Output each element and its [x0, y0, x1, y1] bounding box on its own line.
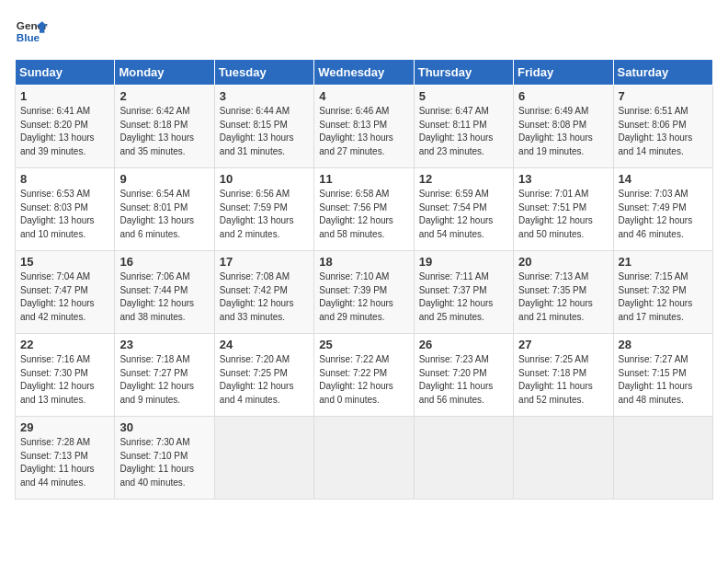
day-number: 3: [220, 89, 309, 103]
calendar-cell: 10Sunrise: 6:56 AM Sunset: 7:59 PM Dayli…: [214, 168, 313, 251]
day-header-monday: Monday: [115, 60, 214, 86]
day-number: 24: [220, 338, 309, 351]
cell-text: Sunrise: 6:41 AM Sunset: 8:20 PM Dayligh…: [20, 105, 109, 158]
day-number: 26: [419, 338, 508, 351]
calendar-cell: 5Sunrise: 6:47 AM Sunset: 8:11 PM Daylig…: [414, 86, 513, 168]
calendar-cell: 29Sunrise: 7:28 AM Sunset: 7:13 PM Dayli…: [16, 417, 115, 500]
cell-text: Sunrise: 7:13 AM Sunset: 7:35 PM Dayligh…: [518, 270, 608, 324]
cell-text: Sunrise: 6:49 AM Sunset: 8:08 PM Dayligh…: [518, 105, 608, 158]
day-header-tuesday: Tuesday: [214, 60, 313, 86]
day-number: 28: [619, 338, 708, 351]
day-number: 23: [119, 338, 209, 351]
day-number: 13: [518, 172, 608, 186]
cell-text: Sunrise: 6:47 AM Sunset: 8:11 PM Dayligh…: [419, 105, 508, 158]
day-number: 20: [518, 255, 608, 269]
day-number: 25: [319, 338, 408, 351]
day-number: 6: [518, 89, 608, 103]
calendar-cell: 26Sunrise: 7:23 AM Sunset: 7:20 PM Dayli…: [414, 334, 513, 417]
calendar-cell: [214, 417, 313, 500]
calendar-cell: 21Sunrise: 7:15 AM Sunset: 7:32 PM Dayli…: [613, 251, 712, 334]
calendar-cell: [514, 417, 613, 500]
calendar-cell: 11Sunrise: 6:58 AM Sunset: 7:56 PM Dayli…: [314, 168, 414, 251]
cell-text: Sunrise: 6:59 AM Sunset: 7:54 PM Dayligh…: [419, 188, 508, 241]
calendar-cell: 6Sunrise: 6:49 AM Sunset: 8:08 PM Daylig…: [514, 86, 613, 168]
cell-text: Sunrise: 7:22 AM Sunset: 7:22 PM Dayligh…: [319, 353, 408, 407]
calendar-cell: 3Sunrise: 6:44 AM Sunset: 8:15 PM Daylig…: [214, 86, 313, 168]
logo: General Blue: [15, 15, 48, 48]
calendar-cell: 13Sunrise: 7:01 AM Sunset: 7:51 PM Dayli…: [514, 168, 613, 251]
calendar-cell: 27Sunrise: 7:25 AM Sunset: 7:18 PM Dayli…: [514, 334, 613, 417]
cell-text: Sunrise: 7:18 AM Sunset: 7:27 PM Dayligh…: [119, 353, 209, 407]
calendar-cell: 14Sunrise: 7:03 AM Sunset: 7:49 PM Dayli…: [613, 168, 712, 251]
cell-text: Sunrise: 6:44 AM Sunset: 8:15 PM Dayligh…: [220, 105, 309, 158]
day-number: 16: [119, 255, 209, 269]
cell-text: Sunrise: 7:20 AM Sunset: 7:25 PM Dayligh…: [220, 353, 309, 407]
cell-text: Sunrise: 7:01 AM Sunset: 7:51 PM Dayligh…: [518, 188, 608, 241]
calendar-cell: 23Sunrise: 7:18 AM Sunset: 7:27 PM Dayli…: [115, 334, 214, 417]
cell-text: Sunrise: 6:46 AM Sunset: 8:13 PM Dayligh…: [319, 105, 408, 158]
cell-text: Sunrise: 7:16 AM Sunset: 7:30 PM Dayligh…: [20, 353, 109, 407]
cell-text: Sunrise: 7:04 AM Sunset: 7:47 PM Dayligh…: [20, 270, 109, 324]
calendar-table: SundayMondayTuesdayWednesdayThursdayFrid…: [15, 59, 713, 500]
day-number: 29: [20, 420, 109, 434]
day-header-saturday: Saturday: [613, 60, 712, 86]
cell-text: Sunrise: 7:30 AM Sunset: 7:10 PM Dayligh…: [119, 436, 209, 489]
day-number: 19: [419, 255, 508, 269]
calendar-cell: 4Sunrise: 6:46 AM Sunset: 8:13 PM Daylig…: [314, 86, 414, 168]
cell-text: Sunrise: 7:15 AM Sunset: 7:32 PM Dayligh…: [619, 270, 708, 324]
day-header-friday: Friday: [514, 60, 613, 86]
day-number: 15: [20, 255, 109, 269]
cell-text: Sunrise: 7:10 AM Sunset: 7:39 PM Dayligh…: [319, 270, 408, 324]
cell-text: Sunrise: 7:08 AM Sunset: 7:42 PM Dayligh…: [220, 270, 309, 324]
day-header-wednesday: Wednesday: [314, 60, 414, 86]
calendar-cell: 2Sunrise: 6:42 AM Sunset: 8:18 PM Daylig…: [115, 86, 214, 168]
day-number: 9: [119, 172, 209, 186]
calendar-cell: 12Sunrise: 6:59 AM Sunset: 7:54 PM Dayli…: [414, 168, 513, 251]
calendar-cell: 17Sunrise: 7:08 AM Sunset: 7:42 PM Dayli…: [214, 251, 313, 334]
calendar-cell: 25Sunrise: 7:22 AM Sunset: 7:22 PM Dayli…: [314, 334, 414, 417]
day-number: 5: [419, 89, 508, 103]
day-number: 22: [20, 338, 109, 351]
day-number: 17: [220, 255, 309, 269]
day-number: 27: [518, 338, 608, 351]
day-number: 8: [20, 172, 109, 186]
logo-icon: General Blue: [15, 15, 48, 48]
cell-text: Sunrise: 7:11 AM Sunset: 7:37 PM Dayligh…: [419, 270, 508, 324]
calendar-cell: 16Sunrise: 7:06 AM Sunset: 7:44 PM Dayli…: [115, 251, 214, 334]
calendar-cell: 7Sunrise: 6:51 AM Sunset: 8:06 PM Daylig…: [613, 86, 712, 168]
cell-text: Sunrise: 7:23 AM Sunset: 7:20 PM Dayligh…: [419, 353, 508, 407]
calendar-cell: 24Sunrise: 7:20 AM Sunset: 7:25 PM Dayli…: [214, 334, 313, 417]
calendar-cell: 1Sunrise: 6:41 AM Sunset: 8:20 PM Daylig…: [16, 86, 115, 168]
page-header: General Blue: [15, 15, 713, 48]
cell-text: Sunrise: 6:53 AM Sunset: 8:03 PM Dayligh…: [20, 188, 109, 241]
calendar-cell: 28Sunrise: 7:27 AM Sunset: 7:15 PM Dayli…: [613, 334, 712, 417]
cell-text: Sunrise: 7:06 AM Sunset: 7:44 PM Dayligh…: [119, 270, 209, 324]
day-number: 21: [619, 255, 708, 269]
day-number: 1: [20, 89, 109, 103]
day-number: 11: [319, 172, 408, 186]
day-number: 10: [220, 172, 309, 186]
day-number: 18: [319, 255, 408, 269]
day-header-sunday: Sunday: [16, 60, 115, 86]
calendar-cell: 20Sunrise: 7:13 AM Sunset: 7:35 PM Dayli…: [514, 251, 613, 334]
calendar-cell: [314, 417, 414, 500]
day-number: 14: [619, 172, 708, 186]
day-number: 12: [419, 172, 508, 186]
calendar-cell: 9Sunrise: 6:54 AM Sunset: 8:01 PM Daylig…: [115, 168, 214, 251]
calendar-cell: 19Sunrise: 7:11 AM Sunset: 7:37 PM Dayli…: [414, 251, 513, 334]
cell-text: Sunrise: 6:58 AM Sunset: 7:56 PM Dayligh…: [319, 188, 408, 241]
calendar-cell: 18Sunrise: 7:10 AM Sunset: 7:39 PM Dayli…: [314, 251, 414, 334]
calendar-cell: 8Sunrise: 6:53 AM Sunset: 8:03 PM Daylig…: [16, 168, 115, 251]
calendar-cell: 22Sunrise: 7:16 AM Sunset: 7:30 PM Dayli…: [16, 334, 115, 417]
day-number: 30: [119, 420, 209, 434]
cell-text: Sunrise: 6:51 AM Sunset: 8:06 PM Dayligh…: [619, 105, 708, 158]
svg-text:Blue: Blue: [17, 31, 40, 43]
cell-text: Sunrise: 6:42 AM Sunset: 8:18 PM Dayligh…: [119, 105, 209, 158]
calendar-cell: [414, 417, 513, 500]
calendar-cell: 15Sunrise: 7:04 AM Sunset: 7:47 PM Dayli…: [16, 251, 115, 334]
calendar-cell: 30Sunrise: 7:30 AM Sunset: 7:10 PM Dayli…: [115, 417, 214, 500]
day-header-thursday: Thursday: [414, 60, 513, 86]
cell-text: Sunrise: 7:03 AM Sunset: 7:49 PM Dayligh…: [619, 188, 708, 241]
day-number: 2: [119, 89, 209, 103]
cell-text: Sunrise: 6:56 AM Sunset: 7:59 PM Dayligh…: [220, 188, 309, 241]
